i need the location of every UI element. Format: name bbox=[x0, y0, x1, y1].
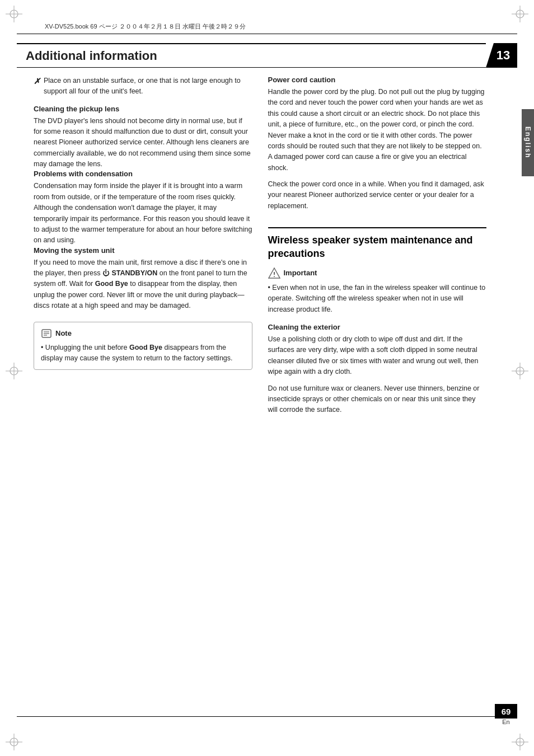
bullet-unstable-text: Place on an unstable surface, or one tha… bbox=[44, 76, 252, 97]
wireless-heading: Wireless speaker system maintenance and … bbox=[268, 227, 487, 260]
page-number: 69 bbox=[495, 704, 517, 719]
chapter-title: Additional information bbox=[17, 49, 157, 63]
chapter-number: 13 bbox=[493, 48, 510, 63]
heading-cleaning-exterior: Cleaning the exterior bbox=[268, 323, 487, 331]
body-cleaning-exterior: Use a polishing cloth or dry cloth to wi… bbox=[268, 334, 487, 378]
bullet-item-unstable: ✗ Place on an unstable surface, or one t… bbox=[34, 76, 252, 97]
heading-cleaning-pickup: Cleaning the pickup lens bbox=[34, 105, 252, 113]
section-wireless: Wireless speaker system maintenance and … bbox=[268, 227, 487, 416]
standby-icon: ⏻ bbox=[102, 269, 110, 277]
page-lang: En bbox=[502, 719, 509, 725]
svg-point-24 bbox=[274, 276, 275, 277]
note-header-text: Note bbox=[55, 329, 72, 337]
heading-moving-unit: Moving the system unit bbox=[34, 246, 252, 255]
bottom-divider bbox=[17, 716, 517, 717]
corner-reg-tl bbox=[6, 6, 22, 22]
body-no-furniture-wax: Do not use furniture wax or cleaners. Ne… bbox=[268, 383, 487, 416]
important-body: • Even when not in use, the fan in the w… bbox=[268, 283, 487, 315]
body-condensation: Condensation may form inside the player … bbox=[34, 181, 252, 246]
body-power-cord: Handle the power cord by the plug. Do no… bbox=[268, 87, 487, 173]
right-column: Power cord caution Handle the power cord… bbox=[268, 76, 487, 416]
section-moving-unit: Moving the system unit If you need to mo… bbox=[34, 246, 252, 312]
important-box: Important • Even when not in use, the fa… bbox=[268, 267, 487, 315]
body-moving-unit: If you need to move the main unit, first… bbox=[34, 257, 252, 312]
language-tab: English bbox=[522, 109, 534, 176]
note-header: Note bbox=[41, 328, 245, 339]
heading-condensation: Problems with condensation bbox=[34, 170, 252, 178]
bullet-x-icon: ✗ bbox=[34, 76, 40, 97]
section-power-cord: Power cord caution Handle the power cord… bbox=[268, 76, 487, 173]
important-header-text: Important bbox=[284, 269, 317, 277]
note-bullet: • Unplugging the unit before Good Bye di… bbox=[41, 344, 233, 362]
file-info: XV-DV525.book 69 ページ ２００４年２月１８日 水曜日 午後２時… bbox=[45, 22, 246, 31]
note-body: • Unplugging the unit before Good Bye di… bbox=[41, 342, 245, 364]
header-divider bbox=[17, 34, 517, 34]
body-power-cord-check: Check the power cord once in a while. Wh… bbox=[268, 179, 487, 212]
heading-power-cord: Power cord caution bbox=[268, 76, 487, 84]
body-cleaning-pickup: The DVD player's lens should not become … bbox=[34, 116, 252, 170]
section-cleaning-pickup: Cleaning the pickup lens The DVD player'… bbox=[34, 105, 252, 170]
note-box: Note • Unplugging the unit before Good B… bbox=[34, 322, 252, 370]
section-cleaning-exterior: Cleaning the exterior Use a polishing cl… bbox=[268, 323, 487, 378]
corner-reg-br bbox=[512, 734, 528, 750]
corner-reg-mr bbox=[512, 363, 528, 379]
main-content: ✗ Place on an unstable surface, or one t… bbox=[34, 76, 486, 711]
corner-reg-bl bbox=[6, 734, 22, 750]
left-column: ✗ Place on an unstable surface, or one t… bbox=[34, 76, 252, 416]
corner-reg-tr bbox=[512, 6, 528, 22]
important-header: Important bbox=[268, 267, 487, 279]
page-number-box: 69 En bbox=[495, 704, 517, 725]
corner-reg-ml bbox=[6, 363, 22, 379]
chapter-header: Additional information 13 bbox=[17, 43, 517, 68]
note-icon bbox=[41, 328, 52, 339]
important-icon bbox=[268, 267, 280, 279]
section-condensation: Problems with condensation Condensation … bbox=[34, 170, 252, 246]
important-bullet: • Even when not in use, the fan in the w… bbox=[268, 284, 486, 313]
